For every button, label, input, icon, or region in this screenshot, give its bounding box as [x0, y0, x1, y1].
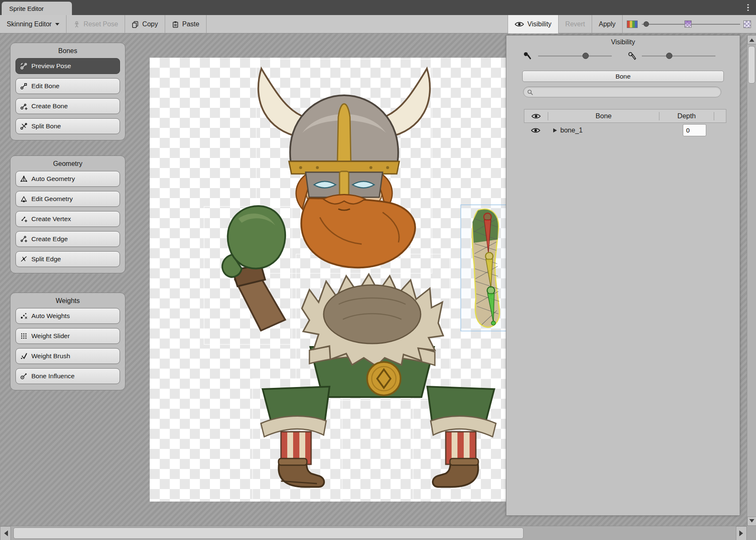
window-menu-icon[interactable]: [743, 3, 753, 12]
weight-slider-button[interactable]: Weight Slider: [15, 328, 120, 344]
weight-slider-label: Weight Slider: [31, 332, 70, 340]
bones-group-title: Bones: [15, 46, 120, 58]
row-visibility-eye-icon[interactable]: [524, 127, 547, 133]
create-vertex-label: Create Vertex: [31, 215, 71, 223]
scroll-down-button[interactable]: [747, 517, 756, 526]
bone-opacity-track[interactable]: [538, 56, 612, 56]
scroll-left-button[interactable]: [0, 526, 11, 540]
bone-search-field[interactable]: [523, 87, 721, 97]
auto-weights-button[interactable]: Auto Weights: [15, 308, 120, 324]
preview-pose-label: Preview Pose: [31, 62, 71, 70]
visibility-column-eye-icon[interactable]: [524, 113, 548, 119]
toolbar-separator: [206, 15, 207, 33]
scrollbar-corner: [747, 526, 756, 540]
weight-brush-label: Weight Brush: [31, 352, 70, 360]
bone-influence-button[interactable]: Bone Influence: [15, 368, 120, 384]
auto-geometry-button[interactable]: Auto Geometry: [15, 171, 120, 187]
depth-input[interactable]: [683, 124, 706, 136]
bone-influence-icon: [20, 372, 28, 380]
auto-weights-label: Auto Weights: [31, 312, 70, 320]
bone-table-header: Bone Depth: [524, 109, 726, 123]
viking-right-leg-sprite[interactable]: [427, 387, 496, 487]
split-edge-icon: [20, 255, 28, 263]
texture-swatch: [743, 20, 751, 28]
revert-button[interactable]: Revert: [559, 15, 592, 33]
chevron-down-icon: [55, 23, 59, 28]
auto-weights-icon: [20, 312, 28, 320]
weights-group: Weights Auto Weights Weight Slider Weigh…: [10, 293, 125, 390]
paste-button[interactable]: Paste: [165, 15, 206, 33]
apply-label: Apply: [599, 20, 616, 28]
auto-geometry-icon: [20, 175, 28, 183]
bone-tab-button[interactable]: Bone: [522, 71, 724, 82]
horizontal-scroll-thumb[interactable]: [13, 527, 524, 539]
visibility-panel-title: Visibility: [506, 38, 740, 46]
search-input[interactable]: [535, 87, 717, 97]
eye-icon: [515, 21, 524, 27]
bone-opacity-handle[interactable]: [582, 53, 589, 59]
mesh-opacity-handle[interactable]: [666, 53, 672, 59]
edit-geometry-button[interactable]: Edit Geometry: [15, 191, 120, 207]
edit-geometry-label: Edit Geometry: [31, 195, 73, 203]
visibility-toggle-label: Visibility: [527, 20, 552, 28]
bones-group: Bones Preview Pose Edit Bone Create Bone…: [10, 43, 125, 140]
sprite-editor-tab-label: Sprite Editor: [9, 5, 44, 12]
edit-bone-button[interactable]: Edit Bone: [15, 78, 120, 94]
copy-icon: [132, 21, 139, 28]
create-vertex-button[interactable]: Create Vertex: [15, 211, 120, 227]
toolbar: Skinning Editor Reset Pose Copy: [0, 15, 756, 33]
viking-glove-sprite[interactable]: [222, 206, 285, 331]
weight-brush-icon: [20, 352, 28, 360]
viking-arm-sprite-with-bones[interactable]: [472, 209, 500, 327]
apply-button[interactable]: Apply: [592, 15, 622, 33]
edit-bone-icon: [20, 82, 28, 90]
viking-left-leg-sprite[interactable]: [261, 387, 329, 487]
scroll-right-button[interactable]: [736, 526, 747, 540]
split-bone-button[interactable]: Split Bone: [15, 118, 120, 134]
create-bone-icon: [20, 102, 28, 110]
paste-icon: [172, 21, 179, 28]
slider-handle[interactable]: [644, 21, 649, 27]
viking-torso-sprite[interactable]: [302, 274, 443, 397]
mode-dropdown[interactable]: Skinning Editor: [0, 15, 66, 33]
sprite-editor-tab[interactable]: Sprite Editor: [2, 2, 72, 15]
weights-group-title: Weights: [15, 296, 120, 308]
preview-pose-button[interactable]: Preview Pose: [15, 58, 120, 74]
vertical-scrollbar[interactable]: [747, 35, 756, 526]
geometry-group-title: Geometry: [15, 159, 120, 171]
create-bone-button[interactable]: Create Bone: [15, 98, 120, 114]
copy-label: Copy: [142, 20, 158, 28]
horizontal-scrollbar[interactable]: [0, 526, 747, 540]
bone-table-row[interactable]: bone_1: [524, 123, 726, 138]
mesh-opacity-icon: [628, 51, 637, 61]
toolbar-separator: [622, 15, 623, 33]
bone-column-header: Bone: [548, 112, 659, 120]
bone-row-name: bone_1: [560, 127, 582, 134]
scroll-up-button[interactable]: [747, 35, 756, 44]
reset-pose-button[interactable]: Reset Pose: [66, 15, 125, 33]
pattern-thumbnail: [684, 20, 692, 28]
weight-brush-button[interactable]: Weight Brush: [15, 348, 120, 364]
reset-pose-icon: [73, 21, 80, 28]
edit-bone-label: Edit Bone: [31, 82, 59, 90]
reset-pose-label: Reset Pose: [84, 20, 118, 28]
vertical-scroll-thumb[interactable]: [748, 46, 755, 84]
create-edge-button[interactable]: Create Edge: [15, 231, 120, 247]
opacity-slider[interactable]: [642, 15, 740, 33]
search-icon: [527, 89, 534, 96]
weight-slider-icon: [20, 332, 28, 340]
copy-button[interactable]: Copy: [125, 15, 164, 33]
auto-geometry-label: Auto Geometry: [31, 175, 75, 183]
foldout-triangle-icon[interactable]: [553, 128, 557, 132]
sprite-canvas[interactable]: [150, 58, 506, 502]
visibility-panel: Visibility Bone Bone Depth: [506, 35, 740, 516]
color-swatch-button[interactable]: [627, 20, 638, 28]
visibility-toggle-button[interactable]: Visibility: [508, 15, 559, 33]
revert-label: Revert: [565, 20, 585, 28]
create-edge-icon: [20, 235, 28, 243]
split-edge-button[interactable]: Split Edge: [15, 251, 120, 267]
sprite-editor-window: Sprite Editor Skinning Editor Reset Pose: [0, 0, 756, 540]
geometry-group: Geometry Auto Geometry Edit Geometry Cre…: [10, 155, 125, 273]
mesh-opacity-track[interactable]: [642, 56, 715, 56]
bone-opacity-icon: [523, 51, 532, 61]
